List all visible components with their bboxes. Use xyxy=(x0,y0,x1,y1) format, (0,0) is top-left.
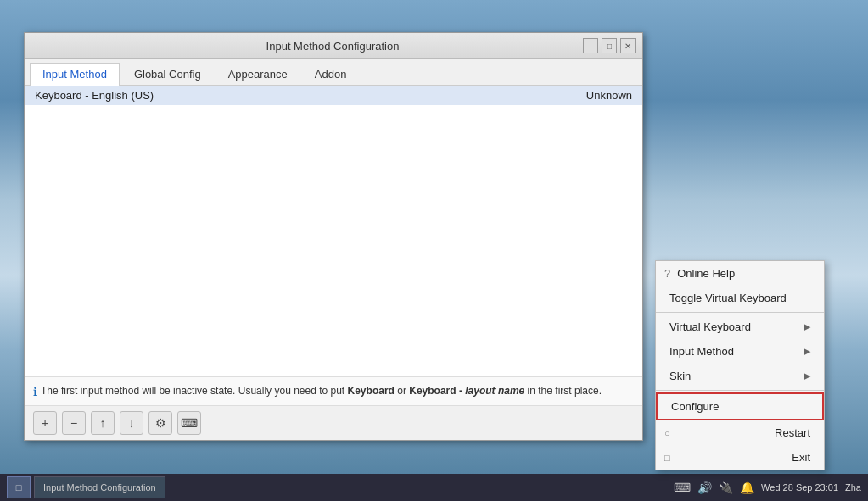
maximize-button[interactable]: □ xyxy=(602,38,617,53)
taskbar-right: ⌨ 🔊 🔌 🔔 Wed 28 Sep 23:01 Zha xyxy=(674,481,861,494)
tab-global-config[interactable]: Global Config xyxy=(121,63,214,85)
remove-button[interactable]: − xyxy=(62,411,86,435)
menu-item-toggle-virtual-keyboard[interactable]: Toggle Virtual Keyboard xyxy=(656,286,824,310)
window-title: Input Method Configuration xyxy=(82,40,583,53)
submenu-arrow-icon: ▶ xyxy=(804,346,810,357)
toolbar: + − ↑ ↓ ⚙ ⌨ xyxy=(25,405,642,440)
submenu-arrow-icon: ▶ xyxy=(804,321,810,332)
usb-tray-icon[interactable]: 🔌 xyxy=(719,481,733,494)
window-controls: — □ ✕ xyxy=(583,38,636,53)
menu-item-virtual-keyboard[interactable]: Virtual Keyboard ▶ xyxy=(656,315,824,339)
question-icon: ? xyxy=(664,267,670,280)
info-bar: ℹ The first input method will be inactiv… xyxy=(25,376,642,405)
application-window: Input Method Configuration — □ ✕ Input M… xyxy=(24,32,643,441)
taskbar-lang-indicator: Zha xyxy=(845,482,861,493)
taskbar-window-task[interactable]: Input Method Configuration xyxy=(34,476,165,498)
taskbar: □ Input Method Configuration ⌨ 🔊 🔌 🔔 Wed… xyxy=(0,474,868,501)
content-area xyxy=(25,105,642,376)
volume-tray-icon[interactable]: 🔊 xyxy=(697,481,712,494)
menu-item-exit[interactable]: □ Exit xyxy=(656,445,824,470)
info-text: The first input method will be inactive … xyxy=(41,384,602,398)
menu-item-configure[interactable]: Configure xyxy=(656,392,824,420)
context-menu: ? Online Help Toggle Virtual Keyboard Vi… xyxy=(655,260,825,470)
menu-divider-2 xyxy=(656,390,824,391)
add-button[interactable]: + xyxy=(33,411,57,435)
info-icon: ℹ xyxy=(33,385,37,398)
workspace-button[interactable]: □ xyxy=(7,476,31,498)
menu-item-skin[interactable]: Skin ▶ xyxy=(656,364,824,388)
tab-addon[interactable]: Addon xyxy=(302,63,360,85)
menu-item-online-help[interactable]: ? Online Help xyxy=(656,261,824,286)
menu-item-input-method[interactable]: Input Method ▶ xyxy=(656,339,824,364)
input-method-name: Keyboard - English (US) xyxy=(35,89,154,102)
close-button[interactable]: ✕ xyxy=(620,38,636,53)
minimize-button[interactable]: — xyxy=(583,38,598,53)
notification-bell-icon[interactable]: 🔔 xyxy=(740,481,754,494)
settings-button[interactable]: ⚙ xyxy=(148,411,172,435)
taskbar-datetime: Wed 28 Sep 23:01 xyxy=(761,482,838,493)
exit-icon: □ xyxy=(664,453,670,463)
table-row[interactable]: Keyboard - English (US) Unknown xyxy=(25,86,642,105)
workspace-icon: □ xyxy=(16,482,22,493)
input-method-status: Unknown xyxy=(586,89,632,102)
menu-item-restart[interactable]: ○ Restart xyxy=(656,420,824,445)
taskbar-left: □ Input Method Configuration xyxy=(7,476,665,498)
move-down-button[interactable]: ↓ xyxy=(120,411,143,435)
tab-appearance[interactable]: Appearance xyxy=(216,63,300,85)
keyboard-tray-icon[interactable]: ⌨ xyxy=(674,481,691,494)
titlebar: Input Method Configuration — □ ✕ xyxy=(25,33,642,59)
tab-input-method[interactable]: Input Method xyxy=(30,63,120,86)
submenu-arrow-icon: ▶ xyxy=(804,370,810,381)
move-up-button[interactable]: ↑ xyxy=(91,411,115,435)
keyboard-button[interactable]: ⌨ xyxy=(177,411,201,435)
restart-icon: ○ xyxy=(664,428,670,438)
menu-divider-1 xyxy=(656,312,824,313)
tab-bar: Input Method Global Config Appearance Ad… xyxy=(25,59,642,86)
